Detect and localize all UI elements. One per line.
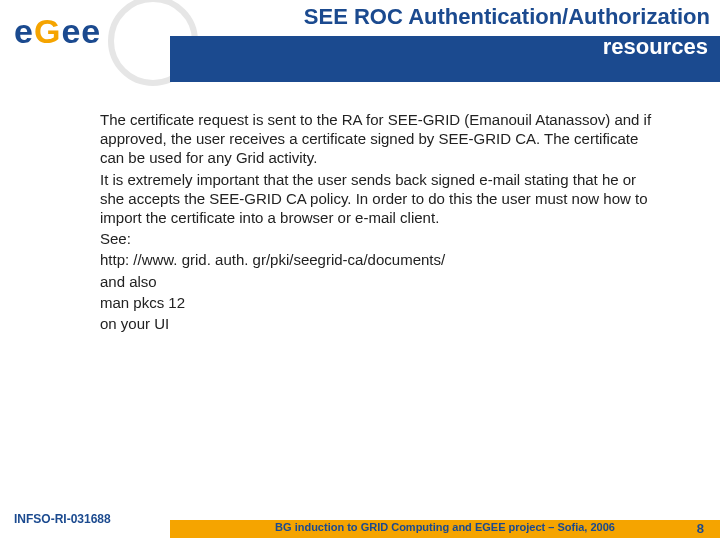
body-content: The certificate request is sent to the R… bbox=[100, 110, 660, 335]
body-paragraph: http: //www. grid. auth. gr/pki/seegrid-… bbox=[100, 250, 660, 269]
body-paragraph: It is extremely important that the user … bbox=[100, 170, 660, 228]
slide-footer: INFSO-RI-031688 BG induction to GRID Com… bbox=[0, 514, 720, 540]
footer-center-text: BG induction to GRID Computing and EGEE … bbox=[275, 521, 615, 533]
body-paragraph: on your UI bbox=[100, 314, 660, 333]
page-number: 8 bbox=[697, 521, 704, 536]
body-paragraph: See: bbox=[100, 229, 660, 248]
slide-title-line1: SEE ROC Authentication/Authorization bbox=[170, 4, 710, 30]
footer-bar: BG induction to GRID Computing and EGEE … bbox=[170, 520, 720, 538]
logo-letter: G bbox=[34, 12, 61, 50]
slide-title: SEE ROC Authentication/Authorization bbox=[170, 4, 710, 30]
body-paragraph: The certificate request is sent to the R… bbox=[100, 110, 660, 168]
footer-left-id: INFSO-RI-031688 bbox=[14, 512, 111, 526]
logo-tagline: Enabling Grids for E-scienc. E bbox=[346, 98, 459, 107]
logo-text: eGee bbox=[14, 12, 101, 51]
logo-letter: ee bbox=[61, 12, 101, 50]
title-bar: resources Enabling Grids for E-scienc. E bbox=[170, 36, 720, 82]
logo: eGee bbox=[8, 4, 166, 76]
logo-letter: e bbox=[14, 12, 34, 50]
slide-title-line2: resources bbox=[603, 34, 708, 60]
slide-header: eGee SEE ROC Authentication/Authorizatio… bbox=[0, 0, 720, 82]
body-paragraph: man pkcs 12 bbox=[100, 293, 660, 312]
body-paragraph: and also bbox=[100, 272, 660, 291]
